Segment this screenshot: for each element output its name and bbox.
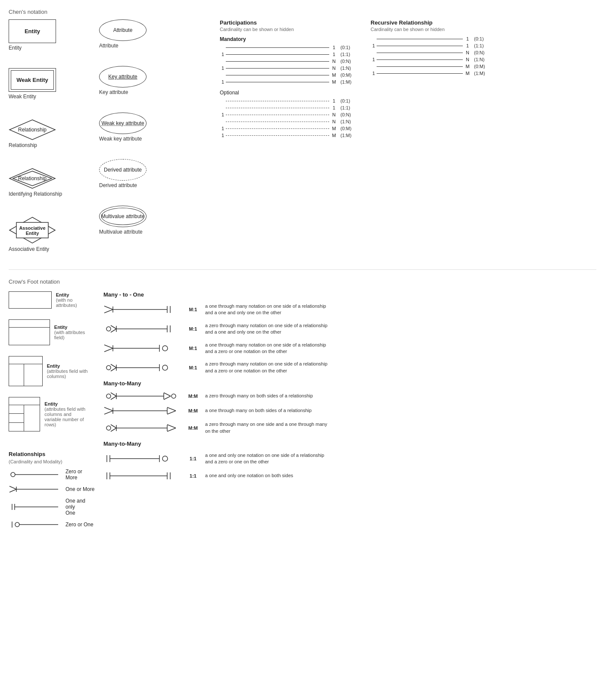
cf-entity2-row: Entity (with attributes field) <box>9 319 95 345</box>
m1-row4: M:1 a zero through many notation on one … <box>103 361 596 374</box>
solid-line <box>226 68 329 69</box>
relationship-row: Relationship Relationship <box>9 119 86 148</box>
mandatory-01: 1 (0:1) <box>220 45 358 50</box>
mm-2-svg <box>103 406 181 416</box>
mandatory-1n: 1 N (1:N) <box>220 66 358 71</box>
svg-point-71 <box>162 456 168 461</box>
11-row1: 1:1 a one and only one notation on one s… <box>103 452 596 466</box>
mandatory-1m: 1 M (1:M) <box>220 79 358 84</box>
identifying-rel-row: Relationship Identifying Relationship <box>9 168 86 197</box>
m1-row2: M:1 a zero through many notation on one … <box>103 322 596 336</box>
optional-1n: N (1:N) <box>220 119 358 124</box>
one-more-svg <box>9 485 60 494</box>
weak-entity-row: Weak Entity Weak Entity <box>9 68 86 100</box>
svg-line-24 <box>111 325 116 329</box>
svg-point-51 <box>172 394 176 398</box>
recursive-11: 1 1 (1:1) <box>371 43 491 48</box>
participations-col: Participations Cardinality can be shown … <box>220 19 358 140</box>
crows-entities-col: Entity (with no attributes) Entity (with… <box>9 291 95 533</box>
attribute-row: Attribute Attribute <box>99 19 194 49</box>
svg-point-42 <box>162 365 168 370</box>
one-only-svg <box>9 503 60 511</box>
svg-line-30 <box>104 345 113 348</box>
svg-point-59 <box>106 426 111 430</box>
multivalue-attr-ellipse: Multivalue attribute <box>99 206 147 227</box>
svg-line-49 <box>164 393 171 396</box>
solid-line <box>226 54 329 55</box>
m1-4-svg <box>103 362 181 373</box>
dashed-line <box>226 122 329 122</box>
mm-row3: M:M a zero through many on one side and … <box>103 421 596 434</box>
crows-section: Crow's Foot notation Entity (with no att… <box>9 269 596 533</box>
svg-line-50 <box>164 396 171 400</box>
assoc-entity-shape: AssociativeEntity <box>9 216 56 244</box>
legend-one-only: One and only One <box>9 498 95 516</box>
solid-line <box>226 82 329 82</box>
svg-line-52 <box>104 407 113 411</box>
shapes-col: Entity Entity Weak Entity Weak Entity <box>9 19 86 256</box>
recursive-1n: 1 N (1:N) <box>371 57 491 62</box>
m1-2-svg <box>103 324 181 334</box>
zero-more-svg <box>9 470 60 479</box>
optional-01: 1 (0:1) <box>220 98 358 103</box>
legend-zero-more: Zero or More <box>9 469 95 481</box>
svg-line-25 <box>111 329 116 332</box>
svg-line-66 <box>167 428 176 431</box>
cf-entity1-row: Entity (with no attributes) <box>9 291 95 309</box>
svg-line-18 <box>104 309 113 313</box>
mm-1-svg <box>103 391 181 401</box>
optional-1m: 1 M (1:M) <box>220 133 358 138</box>
svg-point-15 <box>15 522 19 527</box>
recursive-0n: N (0:N) <box>371 50 491 55</box>
cf-entity3-row: Entity (attributes field with columns) <box>9 356 95 386</box>
mm-row2: M:M a one through many on both sides of … <box>103 406 596 415</box>
many-to-many2-title: Many-to-Many <box>103 441 596 447</box>
svg-line-60 <box>111 425 116 428</box>
key-attr-row: Key attribute Key attribute <box>99 66 194 95</box>
zero-one-svg <box>9 520 60 529</box>
optional-0m: 1 M (0:M) <box>220 126 358 131</box>
dashed-line <box>226 128 329 129</box>
mm-3-svg <box>103 423 181 433</box>
svg-line-38 <box>111 368 116 371</box>
dashed-line <box>226 108 329 108</box>
relationship-diamond: Relationship <box>9 119 56 141</box>
dashed-line <box>226 101 329 101</box>
mm-row1: M:M a zero through many on both sides of… <box>103 392 596 400</box>
m1-1-svg <box>103 304 181 315</box>
weak-entity-box: Weak Entity <box>9 68 56 92</box>
relationships-legend: Relationships (Cardinality and Modality)… <box>9 451 95 533</box>
attribute-ellipse: Attribute <box>99 19 147 41</box>
svg-point-23 <box>106 327 111 331</box>
cf-entity1-box <box>9 291 52 309</box>
assoc-entity-row: AssociativeEntity Associative Entity <box>9 216 86 252</box>
svg-line-65 <box>167 425 176 428</box>
legend-zero-one: Zero or One <box>9 520 95 529</box>
solid-line <box>226 75 329 75</box>
m1-row3: M:1 a one through many notation on one s… <box>103 342 596 355</box>
svg-line-44 <box>111 393 116 396</box>
weak-key-attr-ellipse: Weak key attribute <box>99 112 147 134</box>
derived-attr-row: Derived attribute Derived attribute <box>99 159 194 188</box>
svg-line-37 <box>111 364 116 368</box>
svg-point-36 <box>106 366 111 370</box>
chens-section: Chen's notation Entity Entity Weak Entit… <box>9 9 596 256</box>
optional-11: 1 (1:1) <box>220 105 358 110</box>
cf-entity4-row: Entity (attributes field with columns an… <box>9 397 95 431</box>
cf-entity3-box <box>9 356 43 386</box>
mandatory-0n: N (0:N) <box>220 59 358 64</box>
crows-title: Crow's Foot notation <box>9 278 596 285</box>
entity-row: Entity Entity <box>9 19 86 51</box>
cf-entity4-box <box>9 397 40 431</box>
recursive-1m: 1 M (1:M) <box>371 71 491 76</box>
svg-line-58 <box>167 411 176 414</box>
entity-box: Entity <box>9 19 56 43</box>
svg-line-61 <box>111 428 116 431</box>
crow-relations-col: Many - to - One M:1 <box>103 291 596 486</box>
recursive-col: Recursive Relationship Cardinality can b… <box>371 19 491 78</box>
mandatory-0m: M (0:M) <box>220 72 358 78</box>
solid-line <box>226 47 329 48</box>
derived-attr-ellipse: Derived attribute <box>99 159 147 181</box>
11-2-svg <box>103 471 181 481</box>
identifying-diamond: Relationship <box>9 168 56 189</box>
